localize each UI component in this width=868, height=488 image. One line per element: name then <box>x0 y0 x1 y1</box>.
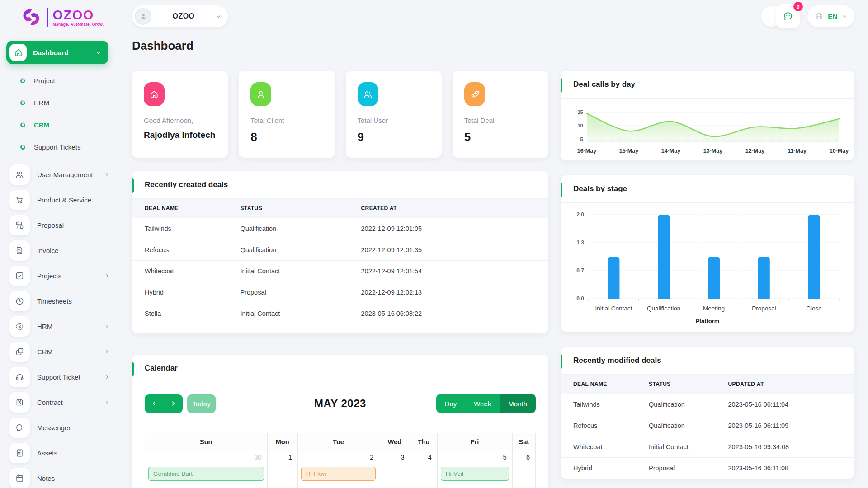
weekday-header: Mon <box>267 433 297 450</box>
dashboard-content: Good Afternoon, Rajodiya infotech Total … <box>118 71 868 488</box>
deals-by-stage-card: Deals by stage 0.00.71.32.0Initial Conta… <box>561 175 854 332</box>
save-icon <box>9 392 30 413</box>
target-icon <box>9 316 30 337</box>
stat-label: Total Client <box>250 117 323 124</box>
sidebar-item-label: Dashboard <box>33 49 89 56</box>
language-selector[interactable]: EN <box>807 5 854 27</box>
table-row[interactable]: RefocusQualification2022-12-09 12:01:35 <box>132 239 548 261</box>
logo[interactable]: OZOO Manage. Automate. Grow. <box>20 5 118 29</box>
sidebar-item-hrm[interactable]: HRM <box>0 92 118 114</box>
table-row[interactable]: TailwindsQualification2022-12-09 12:01:0… <box>132 218 548 239</box>
calendar-toolbar: Today MAY 2023 Day Week Month <box>145 394 536 413</box>
table-row[interactable]: WhitecoatInitial Contact2023-05-16 09:34… <box>561 436 854 458</box>
calendar-view-day[interactable]: Day <box>436 394 466 413</box>
calendar-day-cell[interactable]: 5 Hi-Veil <box>437 450 512 488</box>
date-number: 5 <box>438 450 512 461</box>
cart-icon <box>9 190 30 210</box>
table-row[interactable]: WhitecoatInitial Contact2022-12-09 12:01… <box>132 261 548 282</box>
sidebar-item-proposal[interactable]: Proposal <box>0 212 118 238</box>
table-row[interactable]: RefocusQualification2023-05-16 06:11:09 <box>561 415 854 436</box>
calendar-view-month[interactable]: Month <box>500 394 536 413</box>
svg-text:13-May: 13-May <box>703 148 722 154</box>
sidebar-item-notes[interactable]: Notes <box>0 465 118 488</box>
sidebar-item-assets[interactable]: Assets <box>0 440 118 465</box>
table-row[interactable]: HybridProposal2023-05-16 06:11:08 <box>561 458 854 479</box>
workspace-selector[interactable]: OZOO <box>132 5 228 27</box>
avatar <box>135 8 151 25</box>
check-square-icon <box>9 266 30 286</box>
card-title: Deals by stage <box>573 184 627 193</box>
calendar-day-cell[interactable]: 2 Hi-Flow <box>297 450 379 488</box>
calendar-event[interactable]: Geraldine Burt <box>148 467 264 481</box>
calendar-day-cell[interactable]: 1 <box>267 450 297 488</box>
blocks-icon <box>9 215 30 235</box>
chevron-right-icon <box>170 400 176 407</box>
calendar-day-cell[interactable]: 3 <box>379 450 410 488</box>
person-icon <box>139 12 148 21</box>
table-header-row: DEAL NAME STATUS CREATED AT <box>132 199 548 218</box>
date-number: 6 <box>513 450 535 461</box>
ring-icon <box>19 144 26 150</box>
deal-calls-by-day-card: Deal calls by day 5101516-May15-May14-Ma… <box>561 71 854 160</box>
total-deal-card: Total Deal 5 <box>453 71 548 158</box>
sidebar-item-product-service[interactable]: Product & Service <box>0 187 118 212</box>
calendar-day-cell[interactable]: 6 <box>512 450 535 488</box>
calendar-prev-button[interactable] <box>145 394 164 413</box>
calendar-event[interactable]: Hi-Veil <box>441 467 509 481</box>
recently-modified-deals-table: DEAL NAME STATUS UPDATED AT TailwindsQua… <box>561 375 854 479</box>
svg-text:11-May: 11-May <box>788 148 807 154</box>
card-title: Deal calls by day <box>573 80 635 89</box>
svg-text:12-May: 12-May <box>745 148 764 154</box>
calendar-next-button[interactable] <box>164 394 183 413</box>
calendar-view-week[interactable]: Week <box>465 394 500 413</box>
chevron-right-icon <box>104 273 109 278</box>
calendar-today-button[interactable]: Today <box>187 394 216 413</box>
sidebar-item-user-management[interactable]: User Management <box>0 162 118 187</box>
sidebar-item-timesheets[interactable]: Timesheets <box>0 288 118 314</box>
brand-name: OZOO <box>53 8 104 22</box>
sidebar-item-crm-group[interactable]: CRM <box>0 339 118 364</box>
accent-bar <box>132 362 134 376</box>
accent-bar <box>561 354 562 369</box>
ring-icon <box>19 77 26 84</box>
language-code: EN <box>828 13 838 20</box>
svg-text:10: 10 <box>577 123 583 128</box>
users-icon <box>9 164 30 185</box>
sidebar-item-hrm-group[interactable]: HRM <box>0 314 118 339</box>
table-row[interactable]: StellaInitial Contact2023-05-16 06:08:22 <box>132 303 548 324</box>
calendar-event[interactable]: Hi-Flow <box>301 467 376 481</box>
calendar-day-cell[interactable]: 4 <box>410 450 437 488</box>
globe-icon <box>815 12 824 21</box>
table-row[interactable]: HybridProposal2022-12-09 12:02:13 <box>132 282 548 303</box>
app-root: OZOO Manage. Automate. Grow. Dashboard P… <box>0 0 868 488</box>
headset-icon <box>9 367 30 387</box>
chat-bubble-icon <box>783 11 793 22</box>
topbar: OZOO 0 EN <box>118 0 868 33</box>
recently-modified-deals-card: Recently modified deals DEAL NAME STATUS… <box>561 347 854 479</box>
calendar-day-cell[interactable]: 30 Geraldine Burt <box>145 450 268 488</box>
table-row[interactable]: TailwindsQualification2023-05-16 06:11:0… <box>561 394 854 415</box>
svg-text:1.3: 1.3 <box>576 239 584 246</box>
accent-bar <box>132 178 134 193</box>
messages-button[interactable]: 0 <box>776 4 800 28</box>
date-number: 3 <box>379 450 410 461</box>
sidebar-item-messenger[interactable]: Messenger <box>0 415 118 440</box>
calendar-grid: Sun Mon Tue Wed Thu Fri Sat <box>145 433 536 488</box>
total-client-card: Total Client 8 <box>239 71 335 158</box>
sidebar-item-projects[interactable]: Projects <box>0 263 118 288</box>
table-header-row: DEAL NAME STATUS UPDATED AT <box>561 375 854 394</box>
sidebar-item-invoice[interactable]: Invoice <box>0 238 118 263</box>
calendar-view-switcher: Day Week Month <box>436 394 536 413</box>
chevron-right-icon <box>104 400 109 405</box>
sidebar-item-crm[interactable]: CRM <box>0 114 118 136</box>
stat-label: Good Afternoon, <box>144 117 216 124</box>
card-title: Calendar <box>145 364 178 372</box>
chevron-down-icon <box>842 14 847 19</box>
sidebar-item-dashboard[interactable]: Dashboard <box>6 41 108 64</box>
sidebar-item-support-ticket[interactable]: Support Ticket <box>0 364 118 389</box>
sidebar-item-support-tickets[interactable]: Support Tickets <box>0 136 118 158</box>
bar-chart-x-axis-label: Platform <box>561 317 854 332</box>
sidebar-item-contract[interactable]: Contract <box>0 389 118 415</box>
sidebar-item-project[interactable]: Project <box>0 70 118 92</box>
stat-value: 8 <box>250 130 323 144</box>
